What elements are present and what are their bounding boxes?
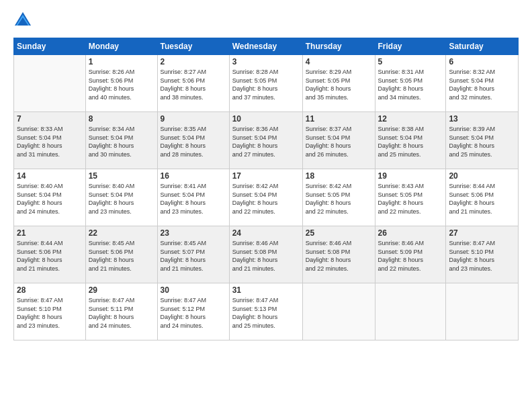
calendar-table: SundayMondayTuesdayWednesdayThursdayFrid… bbox=[13, 38, 519, 340]
calendar-week-row: 1Sunrise: 8:26 AM Sunset: 5:06 PM Daylig… bbox=[14, 55, 519, 112]
calendar-cell: 27Sunrise: 8:47 AM Sunset: 5:10 PM Dayli… bbox=[446, 226, 519, 283]
day-number: 24 bbox=[232, 228, 300, 238]
day-info: Sunrise: 8:43 AM Sunset: 5:05 PM Dayligh… bbox=[378, 182, 443, 216]
calendar-cell: 25Sunrise: 8:46 AM Sunset: 5:08 PM Dayli… bbox=[302, 226, 375, 283]
day-info: Sunrise: 8:40 AM Sunset: 5:04 PM Dayligh… bbox=[89, 182, 154, 216]
day-number: 13 bbox=[449, 114, 515, 124]
calendar-cell: 29Sunrise: 8:47 AM Sunset: 5:11 PM Dayli… bbox=[85, 283, 157, 340]
day-number: 10 bbox=[232, 114, 300, 124]
day-info: Sunrise: 8:44 AM Sunset: 5:06 PM Dayligh… bbox=[449, 182, 515, 216]
day-number: 9 bbox=[161, 114, 226, 124]
calendar-cell: 21Sunrise: 8:44 AM Sunset: 5:06 PM Dayli… bbox=[14, 226, 86, 283]
calendar-cell: 9Sunrise: 8:35 AM Sunset: 5:04 PM Daylig… bbox=[157, 112, 229, 169]
day-number: 14 bbox=[17, 171, 83, 181]
weekday-header-saturday: Saturday bbox=[446, 38, 519, 55]
day-number: 4 bbox=[306, 57, 372, 66]
day-info: Sunrise: 8:32 AM Sunset: 5:04 PM Dayligh… bbox=[449, 68, 515, 101]
day-info: Sunrise: 8:45 AM Sunset: 5:07 PM Dayligh… bbox=[161, 239, 226, 273]
calendar-cell: 14Sunrise: 8:40 AM Sunset: 5:04 PM Dayli… bbox=[14, 169, 86, 226]
calendar-cell: 16Sunrise: 8:41 AM Sunset: 5:04 PM Dayli… bbox=[157, 169, 229, 226]
day-number: 16 bbox=[161, 171, 226, 181]
day-number: 5 bbox=[378, 57, 443, 66]
calendar-cell: 18Sunrise: 8:42 AM Sunset: 5:05 PM Dayli… bbox=[302, 169, 375, 226]
day-number: 17 bbox=[232, 171, 300, 181]
day-number: 1 bbox=[89, 57, 154, 66]
calendar-cell: 11Sunrise: 8:37 AM Sunset: 5:04 PM Dayli… bbox=[302, 112, 375, 169]
day-info: Sunrise: 8:38 AM Sunset: 5:04 PM Dayligh… bbox=[378, 125, 443, 158]
day-number: 15 bbox=[89, 171, 154, 181]
calendar-week-row: 7Sunrise: 8:33 AM Sunset: 5:04 PM Daylig… bbox=[14, 112, 519, 169]
weekday-header-monday: Monday bbox=[85, 38, 157, 55]
day-info: Sunrise: 8:46 AM Sunset: 5:09 PM Dayligh… bbox=[378, 239, 443, 273]
calendar-cell: 4Sunrise: 8:29 AM Sunset: 5:05 PM Daylig… bbox=[302, 55, 375, 112]
calendar-cell: 19Sunrise: 8:43 AM Sunset: 5:05 PM Dayli… bbox=[375, 169, 446, 226]
calendar-cell: 13Sunrise: 8:39 AM Sunset: 5:04 PM Dayli… bbox=[446, 112, 519, 169]
day-info: Sunrise: 8:39 AM Sunset: 5:04 PM Dayligh… bbox=[449, 125, 515, 158]
calendar-cell bbox=[302, 283, 375, 340]
calendar-cell: 26Sunrise: 8:46 AM Sunset: 5:09 PM Dayli… bbox=[375, 226, 446, 283]
day-number: 7 bbox=[17, 114, 83, 124]
day-info: Sunrise: 8:26 AM Sunset: 5:06 PM Dayligh… bbox=[89, 68, 154, 101]
day-info: Sunrise: 8:45 AM Sunset: 5:06 PM Dayligh… bbox=[89, 239, 154, 273]
day-number: 18 bbox=[306, 171, 372, 181]
day-info: Sunrise: 8:37 AM Sunset: 5:04 PM Dayligh… bbox=[306, 125, 372, 158]
day-info: Sunrise: 8:35 AM Sunset: 5:04 PM Dayligh… bbox=[161, 125, 226, 158]
day-info: Sunrise: 8:34 AM Sunset: 5:04 PM Dayligh… bbox=[89, 125, 154, 158]
day-info: Sunrise: 8:27 AM Sunset: 5:06 PM Dayligh… bbox=[161, 68, 226, 101]
calendar-week-row: 28Sunrise: 8:47 AM Sunset: 5:10 PM Dayli… bbox=[14, 283, 519, 340]
day-info: Sunrise: 8:36 AM Sunset: 5:04 PM Dayligh… bbox=[232, 125, 300, 158]
calendar-cell: 17Sunrise: 8:42 AM Sunset: 5:04 PM Dayli… bbox=[229, 169, 302, 226]
calendar-header-row: SundayMondayTuesdayWednesdayThursdayFrid… bbox=[14, 38, 519, 55]
day-number: 29 bbox=[89, 285, 154, 295]
weekday-header-wednesday: Wednesday bbox=[229, 38, 302, 55]
day-number: 23 bbox=[161, 228, 226, 238]
calendar-cell: 12Sunrise: 8:38 AM Sunset: 5:04 PM Dayli… bbox=[375, 112, 446, 169]
day-number: 30 bbox=[161, 285, 226, 295]
day-number: 6 bbox=[449, 57, 515, 66]
day-number: 2 bbox=[161, 57, 226, 66]
calendar-cell: 5Sunrise: 8:31 AM Sunset: 5:05 PM Daylig… bbox=[375, 55, 446, 112]
day-number: 31 bbox=[232, 285, 300, 295]
day-number: 25 bbox=[306, 228, 372, 238]
day-info: Sunrise: 8:42 AM Sunset: 5:04 PM Dayligh… bbox=[232, 182, 300, 216]
day-number: 28 bbox=[17, 285, 83, 295]
day-info: Sunrise: 8:41 AM Sunset: 5:04 PM Dayligh… bbox=[161, 182, 226, 216]
weekday-header-thursday: Thursday bbox=[302, 38, 375, 55]
calendar-cell: 20Sunrise: 8:44 AM Sunset: 5:06 PM Dayli… bbox=[446, 169, 519, 226]
header bbox=[13, 11, 519, 30]
day-info: Sunrise: 8:29 AM Sunset: 5:05 PM Dayligh… bbox=[306, 68, 372, 101]
calendar-cell: 24Sunrise: 8:46 AM Sunset: 5:08 PM Dayli… bbox=[229, 226, 302, 283]
day-number: 11 bbox=[306, 114, 372, 124]
day-info: Sunrise: 8:47 AM Sunset: 5:10 PM Dayligh… bbox=[17, 296, 83, 330]
calendar-cell: 31Sunrise: 8:47 AM Sunset: 5:13 PM Dayli… bbox=[229, 283, 302, 340]
day-number: 8 bbox=[89, 114, 154, 124]
calendar-cell bbox=[375, 283, 446, 340]
weekday-header-sunday: Sunday bbox=[14, 38, 86, 55]
day-number: 21 bbox=[17, 228, 83, 238]
calendar-week-row: 14Sunrise: 8:40 AM Sunset: 5:04 PM Dayli… bbox=[14, 169, 519, 226]
calendar-cell: 23Sunrise: 8:45 AM Sunset: 5:07 PM Dayli… bbox=[157, 226, 229, 283]
day-number: 20 bbox=[449, 171, 515, 181]
calendar-cell: 2Sunrise: 8:27 AM Sunset: 5:06 PM Daylig… bbox=[157, 55, 229, 112]
calendar-cell: 15Sunrise: 8:40 AM Sunset: 5:04 PM Dayli… bbox=[85, 169, 157, 226]
day-info: Sunrise: 8:33 AM Sunset: 5:04 PM Dayligh… bbox=[17, 125, 83, 158]
day-info: Sunrise: 8:31 AM Sunset: 5:05 PM Dayligh… bbox=[378, 68, 443, 101]
day-info: Sunrise: 8:28 AM Sunset: 5:05 PM Dayligh… bbox=[232, 68, 300, 101]
day-number: 12 bbox=[378, 114, 443, 124]
day-info: Sunrise: 8:47 AM Sunset: 5:12 PM Dayligh… bbox=[161, 296, 226, 330]
calendar-cell: 7Sunrise: 8:33 AM Sunset: 5:04 PM Daylig… bbox=[14, 112, 86, 169]
calendar-cell: 30Sunrise: 8:47 AM Sunset: 5:12 PM Dayli… bbox=[157, 283, 229, 340]
calendar-cell: 8Sunrise: 8:34 AM Sunset: 5:04 PM Daylig… bbox=[85, 112, 157, 169]
calendar-cell: 1Sunrise: 8:26 AM Sunset: 5:06 PM Daylig… bbox=[85, 55, 157, 112]
day-info: Sunrise: 8:47 AM Sunset: 5:11 PM Dayligh… bbox=[89, 296, 154, 330]
day-info: Sunrise: 8:46 AM Sunset: 5:08 PM Dayligh… bbox=[306, 239, 372, 273]
day-number: 27 bbox=[449, 228, 515, 238]
calendar-cell bbox=[446, 283, 519, 340]
weekday-header-friday: Friday bbox=[375, 38, 446, 55]
calendar-cell: 6Sunrise: 8:32 AM Sunset: 5:04 PM Daylig… bbox=[446, 55, 519, 112]
day-number: 3 bbox=[232, 57, 300, 66]
day-number: 22 bbox=[89, 228, 154, 238]
calendar-week-row: 21Sunrise: 8:44 AM Sunset: 5:06 PM Dayli… bbox=[14, 226, 519, 283]
day-info: Sunrise: 8:44 AM Sunset: 5:06 PM Dayligh… bbox=[17, 239, 83, 273]
page: SundayMondayTuesdayWednesdayThursdayFrid… bbox=[0, 0, 532, 411]
